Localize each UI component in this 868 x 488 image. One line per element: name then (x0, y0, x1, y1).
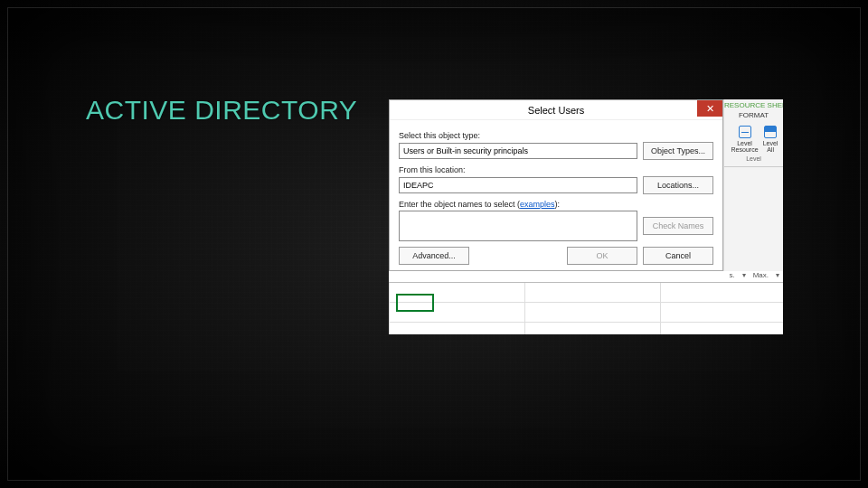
selected-cell[interactable] (396, 294, 434, 312)
grid-header-fragment: s. ▾ Max. ▾ (729, 271, 779, 279)
close-button[interactable]: ✕ (697, 100, 722, 117)
locations-button[interactable]: Locations... (643, 176, 713, 194)
ribbon-group-label: Level (724, 155, 783, 162)
cancel-button[interactable]: Cancel (643, 247, 713, 265)
location-value: IDEAPC (403, 181, 434, 190)
dialog-body: Select this object type: Users or Built-… (390, 120, 722, 247)
close-icon: ✕ (706, 103, 714, 115)
advanced-button-label: Advanced... (412, 251, 456, 260)
resource-sheet-grid[interactable]: s. ▾ Max. ▾ (389, 271, 783, 334)
contextual-tab-label[interactable]: RESOURCE SHEET (724, 99, 783, 110)
object-types-button-label: Object Types... (651, 146, 705, 155)
examples-link[interactable]: examples (520, 200, 555, 209)
grid-col-1[interactable]: s. (729, 271, 734, 279)
cancel-button-label: Cancel (665, 251, 691, 260)
ok-button-label: OK (596, 251, 608, 260)
grid-lines (389, 282, 783, 334)
object-type-label: Select this object type: (399, 131, 713, 140)
level-all-label: Level All (761, 140, 779, 153)
locations-button-label: Locations... (657, 181, 699, 190)
names-label-pre: Enter the object names to select ( (399, 200, 520, 209)
dialog-footer: Advanced... OK Cancel (399, 247, 713, 265)
check-names-label: Check Names (653, 221, 704, 230)
object-type-value: Users or Built-in security principals (403, 146, 528, 155)
names-label-post: ): (555, 200, 561, 209)
chevron-down-icon[interactable]: ▾ (776, 271, 779, 279)
screenshot-frame: RESOURCE SHEET FORMAT Level Resource Lev… (389, 99, 783, 334)
select-users-dialog: Select Users ✕ Select this object type: … (389, 99, 723, 271)
advanced-button[interactable]: Advanced... (399, 247, 469, 265)
level-resource-icon (739, 126, 751, 138)
object-type-field[interactable]: Users or Built-in security principals (399, 143, 637, 159)
object-types-button[interactable]: Object Types... (643, 142, 713, 160)
ok-button[interactable]: OK (567, 247, 637, 265)
ribbon-subtab[interactable]: FORMAT (724, 110, 783, 122)
dialog-titlebar[interactable]: Select Users ✕ (390, 100, 722, 120)
location-label: From this location: (399, 165, 713, 174)
slide-background: ACTIVE DIRECTORY RESOURCE SHEET FORMAT L… (0, 0, 868, 488)
location-row: IDEAPC Locations... (399, 176, 713, 194)
level-resource-label: Level Resource (728, 140, 761, 153)
object-type-row: Users or Built-in security principals Ob… (399, 142, 713, 160)
location-field[interactable]: IDEAPC (399, 177, 637, 193)
names-label: Enter the object names to select (exampl… (399, 200, 713, 209)
chevron-down-icon[interactable]: ▾ (742, 271, 746, 279)
ribbon-group-icons: Level Resource Level All (724, 126, 783, 153)
level-all-icon (764, 126, 777, 138)
names-row: Check Names (399, 211, 713, 241)
object-names-input[interactable] (399, 211, 637, 241)
ribbon-separator (724, 166, 783, 167)
dialog-title: Select Users (528, 105, 584, 116)
slide-title: ACTIVE DIRECTORY (86, 95, 357, 126)
grid-col-2[interactable]: Max. (753, 271, 769, 279)
level-resource-button[interactable]: Level Resource (728, 126, 761, 153)
check-names-button[interactable]: Check Names (643, 217, 713, 235)
level-all-button[interactable]: Level All (761, 126, 779, 153)
